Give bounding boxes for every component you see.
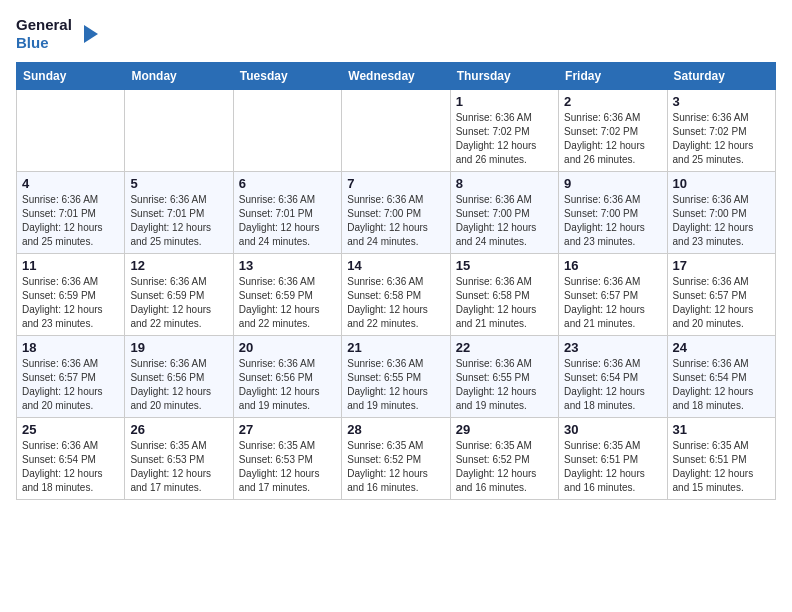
- day-info: Sunrise: 6:36 AM Sunset: 6:55 PM Dayligh…: [347, 357, 444, 413]
- day-info: Sunrise: 6:36 AM Sunset: 6:56 PM Dayligh…: [239, 357, 336, 413]
- calendar-cell: 1Sunrise: 6:36 AM Sunset: 7:02 PM Daylig…: [450, 90, 558, 172]
- calendar-cell: 14Sunrise: 6:36 AM Sunset: 6:58 PM Dayli…: [342, 254, 450, 336]
- weekday-header: Saturday: [667, 63, 775, 90]
- day-info: Sunrise: 6:36 AM Sunset: 7:00 PM Dayligh…: [564, 193, 661, 249]
- day-info: Sunrise: 6:36 AM Sunset: 7:01 PM Dayligh…: [130, 193, 227, 249]
- calendar-cell: 26Sunrise: 6:35 AM Sunset: 6:53 PM Dayli…: [125, 418, 233, 500]
- calendar-cell: 27Sunrise: 6:35 AM Sunset: 6:53 PM Dayli…: [233, 418, 341, 500]
- day-info: Sunrise: 6:35 AM Sunset: 6:52 PM Dayligh…: [456, 439, 553, 495]
- day-info: Sunrise: 6:36 AM Sunset: 6:57 PM Dayligh…: [22, 357, 119, 413]
- calendar-cell: 24Sunrise: 6:36 AM Sunset: 6:54 PM Dayli…: [667, 336, 775, 418]
- day-number: 7: [347, 176, 444, 191]
- calendar-cell: 2Sunrise: 6:36 AM Sunset: 7:02 PM Daylig…: [559, 90, 667, 172]
- calendar-cell: 29Sunrise: 6:35 AM Sunset: 6:52 PM Dayli…: [450, 418, 558, 500]
- day-info: Sunrise: 6:36 AM Sunset: 6:54 PM Dayligh…: [22, 439, 119, 495]
- day-number: 31: [673, 422, 770, 437]
- day-info: Sunrise: 6:36 AM Sunset: 7:01 PM Dayligh…: [239, 193, 336, 249]
- calendar-cell: 31Sunrise: 6:35 AM Sunset: 6:51 PM Dayli…: [667, 418, 775, 500]
- day-info: Sunrise: 6:36 AM Sunset: 6:59 PM Dayligh…: [239, 275, 336, 331]
- day-number: 18: [22, 340, 119, 355]
- day-number: 16: [564, 258, 661, 273]
- day-info: Sunrise: 6:36 AM Sunset: 6:59 PM Dayligh…: [130, 275, 227, 331]
- day-info: Sunrise: 6:35 AM Sunset: 6:51 PM Dayligh…: [564, 439, 661, 495]
- day-number: 28: [347, 422, 444, 437]
- calendar-cell: [17, 90, 125, 172]
- day-number: 21: [347, 340, 444, 355]
- logo-text: General Blue: [16, 16, 98, 52]
- day-number: 23: [564, 340, 661, 355]
- calendar-cell: 18Sunrise: 6:36 AM Sunset: 6:57 PM Dayli…: [17, 336, 125, 418]
- day-number: 25: [22, 422, 119, 437]
- calendar-week-row: 4Sunrise: 6:36 AM Sunset: 7:01 PM Daylig…: [17, 172, 776, 254]
- calendar-cell: 23Sunrise: 6:36 AM Sunset: 6:54 PM Dayli…: [559, 336, 667, 418]
- calendar-week-row: 25Sunrise: 6:36 AM Sunset: 6:54 PM Dayli…: [17, 418, 776, 500]
- weekday-header: Sunday: [17, 63, 125, 90]
- day-number: 13: [239, 258, 336, 273]
- svg-marker-0: [84, 25, 98, 43]
- day-info: Sunrise: 6:36 AM Sunset: 7:00 PM Dayligh…: [673, 193, 770, 249]
- day-info: Sunrise: 6:36 AM Sunset: 6:54 PM Dayligh…: [673, 357, 770, 413]
- weekday-header: Wednesday: [342, 63, 450, 90]
- day-number: 26: [130, 422, 227, 437]
- day-info: Sunrise: 6:36 AM Sunset: 6:58 PM Dayligh…: [347, 275, 444, 331]
- day-number: 19: [130, 340, 227, 355]
- day-info: Sunrise: 6:35 AM Sunset: 6:52 PM Dayligh…: [347, 439, 444, 495]
- day-number: 6: [239, 176, 336, 191]
- calendar-cell: 28Sunrise: 6:35 AM Sunset: 6:52 PM Dayli…: [342, 418, 450, 500]
- day-info: Sunrise: 6:35 AM Sunset: 6:51 PM Dayligh…: [673, 439, 770, 495]
- day-number: 2: [564, 94, 661, 109]
- weekday-header-row: SundayMondayTuesdayWednesdayThursdayFrid…: [17, 63, 776, 90]
- day-info: Sunrise: 6:36 AM Sunset: 6:56 PM Dayligh…: [130, 357, 227, 413]
- weekday-header: Tuesday: [233, 63, 341, 90]
- day-number: 27: [239, 422, 336, 437]
- day-number: 15: [456, 258, 553, 273]
- day-info: Sunrise: 6:36 AM Sunset: 6:57 PM Dayligh…: [564, 275, 661, 331]
- day-info: Sunrise: 6:35 AM Sunset: 6:53 PM Dayligh…: [239, 439, 336, 495]
- day-info: Sunrise: 6:35 AM Sunset: 6:53 PM Dayligh…: [130, 439, 227, 495]
- calendar-cell: 10Sunrise: 6:36 AM Sunset: 7:00 PM Dayli…: [667, 172, 775, 254]
- calendar-cell: 12Sunrise: 6:36 AM Sunset: 6:59 PM Dayli…: [125, 254, 233, 336]
- day-info: Sunrise: 6:36 AM Sunset: 7:01 PM Dayligh…: [22, 193, 119, 249]
- calendar-cell: [125, 90, 233, 172]
- day-number: 10: [673, 176, 770, 191]
- calendar-cell: [233, 90, 341, 172]
- day-info: Sunrise: 6:36 AM Sunset: 6:55 PM Dayligh…: [456, 357, 553, 413]
- day-number: 11: [22, 258, 119, 273]
- weekday-header: Friday: [559, 63, 667, 90]
- calendar-cell: 3Sunrise: 6:36 AM Sunset: 7:02 PM Daylig…: [667, 90, 775, 172]
- day-number: 30: [564, 422, 661, 437]
- day-number: 4: [22, 176, 119, 191]
- calendar-cell: [342, 90, 450, 172]
- calendar-cell: 11Sunrise: 6:36 AM Sunset: 6:59 PM Dayli…: [17, 254, 125, 336]
- weekday-header: Thursday: [450, 63, 558, 90]
- day-info: Sunrise: 6:36 AM Sunset: 7:02 PM Dayligh…: [673, 111, 770, 167]
- day-info: Sunrise: 6:36 AM Sunset: 7:02 PM Dayligh…: [564, 111, 661, 167]
- calendar-cell: 19Sunrise: 6:36 AM Sunset: 6:56 PM Dayli…: [125, 336, 233, 418]
- day-number: 20: [239, 340, 336, 355]
- calendar-cell: 13Sunrise: 6:36 AM Sunset: 6:59 PM Dayli…: [233, 254, 341, 336]
- day-info: Sunrise: 6:36 AM Sunset: 7:00 PM Dayligh…: [347, 193, 444, 249]
- calendar-cell: 8Sunrise: 6:36 AM Sunset: 7:00 PM Daylig…: [450, 172, 558, 254]
- day-number: 8: [456, 176, 553, 191]
- day-info: Sunrise: 6:36 AM Sunset: 7:02 PM Dayligh…: [456, 111, 553, 167]
- logo: General Blue: [16, 16, 98, 52]
- day-number: 5: [130, 176, 227, 191]
- calendar-cell: 25Sunrise: 6:36 AM Sunset: 6:54 PM Dayli…: [17, 418, 125, 500]
- calendar-cell: 5Sunrise: 6:36 AM Sunset: 7:01 PM Daylig…: [125, 172, 233, 254]
- calendar-cell: 17Sunrise: 6:36 AM Sunset: 6:57 PM Dayli…: [667, 254, 775, 336]
- day-number: 17: [673, 258, 770, 273]
- day-number: 29: [456, 422, 553, 437]
- day-number: 24: [673, 340, 770, 355]
- day-info: Sunrise: 6:36 AM Sunset: 7:00 PM Dayligh…: [456, 193, 553, 249]
- calendar-table: SundayMondayTuesdayWednesdayThursdayFrid…: [16, 62, 776, 500]
- day-number: 22: [456, 340, 553, 355]
- calendar-cell: 9Sunrise: 6:36 AM Sunset: 7:00 PM Daylig…: [559, 172, 667, 254]
- day-number: 14: [347, 258, 444, 273]
- day-info: Sunrise: 6:36 AM Sunset: 6:54 PM Dayligh…: [564, 357, 661, 413]
- page-header: General Blue: [16, 16, 776, 52]
- calendar-cell: 7Sunrise: 6:36 AM Sunset: 7:00 PM Daylig…: [342, 172, 450, 254]
- calendar-week-row: 18Sunrise: 6:36 AM Sunset: 6:57 PM Dayli…: [17, 336, 776, 418]
- calendar-cell: 21Sunrise: 6:36 AM Sunset: 6:55 PM Dayli…: [342, 336, 450, 418]
- calendar-cell: 30Sunrise: 6:35 AM Sunset: 6:51 PM Dayli…: [559, 418, 667, 500]
- calendar-cell: 16Sunrise: 6:36 AM Sunset: 6:57 PM Dayli…: [559, 254, 667, 336]
